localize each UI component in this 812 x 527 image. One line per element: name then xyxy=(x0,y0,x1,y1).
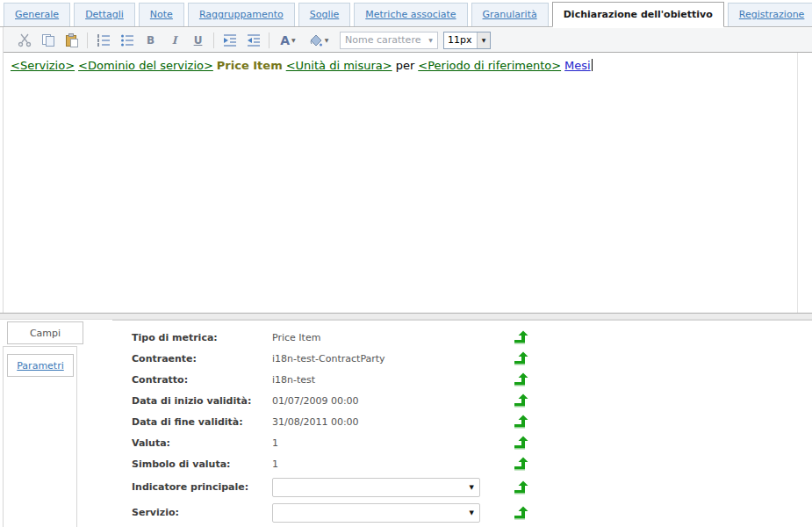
highlight-color-icon xyxy=(309,33,323,47)
tab-note[interactable]: Note xyxy=(139,3,184,26)
tab-dettagli[interactable]: Dettagli xyxy=(74,3,135,26)
copy-button[interactable] xyxy=(37,31,59,50)
tab-generale[interactable]: Generale xyxy=(4,3,70,26)
outdent-icon xyxy=(247,33,261,47)
indicatore-principale-combobox: ▼ xyxy=(272,478,480,497)
objective-statement-editor[interactable]: <Servizio><Dominio del servizio>Price It… xyxy=(4,53,798,313)
placeholder-servizio: <Servizio> xyxy=(11,59,75,72)
bullet-list-icon xyxy=(120,33,134,47)
insert-arrow-icon xyxy=(514,506,528,520)
insert-field-button[interactable] xyxy=(512,434,529,451)
insert-arrow-icon xyxy=(514,436,528,450)
font-size-combobox[interactable]: 11px ▼ xyxy=(443,32,491,49)
horizontal-splitter[interactable] xyxy=(0,313,812,320)
insert-field-button[interactable] xyxy=(512,392,529,409)
field-row-valuta: Valuta: 1 xyxy=(112,432,812,453)
text-caret xyxy=(592,59,593,71)
insert-arrow-icon xyxy=(514,372,528,386)
placeholder-periodo-riferimento: <Periodo di riferimento> xyxy=(418,59,561,72)
field-value: Price Item xyxy=(272,332,487,343)
field-label: Simbolo di valuta: xyxy=(112,458,272,470)
tab-raggruppamento[interactable]: Raggruppamento xyxy=(188,3,295,26)
tab-granularita[interactable]: Granularità xyxy=(471,3,549,26)
chevron-down-icon: ▼ xyxy=(424,37,437,43)
servizio-combobox: ▼ xyxy=(272,503,480,523)
toolbar-separator xyxy=(87,32,88,48)
field-row-simbolo-valuta: Simbolo di valuta: 1 xyxy=(112,453,812,474)
highlight-color-button[interactable]: ▼ xyxy=(304,31,334,50)
paste-icon xyxy=(65,33,79,47)
numbered-list-button[interactable] xyxy=(92,31,114,50)
insert-field-button[interactable] xyxy=(512,413,529,430)
insert-field-button[interactable] xyxy=(512,479,529,496)
field-value: 1 xyxy=(272,437,487,449)
insert-arrow-icon xyxy=(514,480,528,495)
plain-text-per: per xyxy=(396,59,415,72)
field-value: 1 xyxy=(272,458,487,470)
field-label: Valuta: xyxy=(112,437,272,449)
field-label: Contratto: xyxy=(112,374,272,386)
field-label: Indicatore principale: xyxy=(112,481,272,493)
field-row-contraente: Contraente: i18n-test-ContractParty xyxy=(112,348,812,369)
font-name-value: Nome carattere xyxy=(341,34,424,46)
insert-field-button[interactable] xyxy=(512,371,529,388)
chevron-down-icon: ▼ xyxy=(291,37,296,43)
field-label: Contraente: xyxy=(112,353,272,365)
insert-field-button[interactable] xyxy=(512,504,529,522)
field-row-data-inizio-validita: Data di inizio validità: 01/07/2009 00:0… xyxy=(112,390,812,411)
field-value: i18n-test-ContractParty xyxy=(272,353,487,365)
chevron-down-icon: ▼ xyxy=(325,37,329,43)
placeholder-unita-misura: <Unità di misura> xyxy=(286,59,392,72)
insert-field-button[interactable] xyxy=(512,350,529,367)
servizio-select[interactable] xyxy=(272,503,480,523)
tab-dichiarazione-obiettivo[interactable]: Dichiarazione dell'obiettivo xyxy=(552,2,724,27)
font-size-value: 11px xyxy=(444,34,477,46)
italic-icon: I xyxy=(172,34,177,47)
underline-icon: U xyxy=(194,34,203,47)
metric-name-text: Price Item xyxy=(217,59,283,72)
insert-arrow-icon xyxy=(514,393,528,408)
font-color-button[interactable]: A ▼ xyxy=(274,31,302,50)
left-tab-column: Parametri xyxy=(3,346,77,527)
italic-button[interactable]: I xyxy=(163,31,185,50)
editor-toolbar: B I U A ▼ ▼ Nome carattere ▼ 11px ▼ xyxy=(4,28,812,53)
field-label: Data di inizio validità: xyxy=(112,395,272,407)
bold-button[interactable]: B xyxy=(140,31,162,50)
bullet-list-button[interactable] xyxy=(116,31,138,50)
tab-parametri[interactable]: Parametri xyxy=(7,354,74,377)
insert-field-button[interactable] xyxy=(512,455,529,473)
insert-arrow-icon xyxy=(514,457,528,471)
tab-registrazione[interactable]: Registrazione xyxy=(728,3,812,26)
insert-arrow-icon xyxy=(514,415,528,429)
paste-button[interactable] xyxy=(61,31,83,50)
field-value: 01/07/2009 00:00 xyxy=(272,395,487,407)
insert-arrow-icon xyxy=(514,351,528,365)
underline-button[interactable]: U xyxy=(187,31,209,50)
toolbar-separator xyxy=(269,32,269,48)
tab-soglie[interactable]: Soglie xyxy=(298,3,351,26)
field-label: Tipo di metrica: xyxy=(112,332,272,343)
field-label: Data di fine validità: xyxy=(112,416,272,428)
tab-bar: Generale Dettagli Note Raggruppamento So… xyxy=(0,0,812,27)
field-row-tipo-di-metrica: Tipo di metrica: Price Item xyxy=(112,327,812,348)
metric-editor-window: Generale Dettagli Note Raggruppamento So… xyxy=(0,0,812,527)
field-value: 31/08/2011 00:00 xyxy=(272,416,487,428)
tab-metriche-associate[interactable]: Metriche associate xyxy=(354,3,467,26)
field-label: Servizio: xyxy=(112,507,272,518)
cut-button[interactable] xyxy=(13,31,35,50)
insert-arrow-icon xyxy=(514,330,528,344)
indicatore-principale-select[interactable] xyxy=(272,478,480,497)
tab-campi[interactable]: Campi xyxy=(7,321,83,344)
field-row-contratto: Contratto: i18n-test xyxy=(112,369,812,390)
field-row-data-fine-validita: Data di fine validità: 31/08/2011 00:00 xyxy=(112,411,812,432)
font-name-combobox[interactable]: Nome carattere ▼ xyxy=(340,32,438,49)
bottom-panel: Campi Parametri Tipo di metrica: Price I… xyxy=(0,320,812,527)
field-row-servizio: Servizio: ▼ xyxy=(112,500,812,525)
tab-parametri-label: Parametri xyxy=(17,360,64,372)
outdent-button[interactable] xyxy=(242,31,264,50)
numbered-list-icon xyxy=(97,33,111,47)
fields-panel: Tipo di metrica: Price Item Contraente: … xyxy=(112,320,812,527)
insert-field-button[interactable] xyxy=(512,328,529,346)
indent-button[interactable] xyxy=(219,31,241,50)
field-row-indicatore-principale: Indicatore principale: ▼ xyxy=(112,474,812,500)
